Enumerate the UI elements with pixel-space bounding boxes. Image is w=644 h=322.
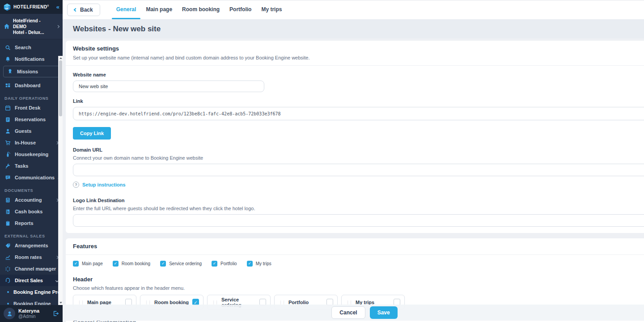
sidebar-item-in-house[interactable]: In-House [0, 137, 63, 148]
website-name-input[interactable] [73, 80, 264, 92]
website-settings-title: Website settings [73, 45, 644, 52]
setup-instructions-link[interactable]: ? Setup instructions [73, 182, 126, 188]
logo-link-label: Logo Link Destination [73, 198, 644, 203]
sidebar-item-search[interactable]: Search [0, 42, 63, 53]
feature-toggles: ✓Main page ✓Room booking ✓Service orderi… [73, 261, 644, 267]
hotel-selector[interactable]: HotelFriend - DEMOHotel - Delux... [0, 14, 63, 39]
drag-handle-icon[interactable]: ⋮⋮ [144, 300, 151, 305]
chevron-left-icon [74, 8, 77, 12]
drag-handle-icon[interactable]: ⋮⋮ [212, 300, 218, 305]
chevron-right-icon [56, 25, 59, 28]
wrench-icon [4, 163, 11, 169]
tab-main-page[interactable]: Main page [141, 0, 177, 19]
cancel-button[interactable]: Cancel [331, 306, 365, 319]
document-icon [4, 116, 11, 123]
website-settings-subtitle: Set up your website name (internal name)… [73, 55, 644, 60]
domain-url-help: Connect your own domain name to Booking … [73, 155, 644, 161]
content: Website settings Set up your website nam… [63, 38, 644, 322]
sidebar-item-dashboard[interactable]: Dashboard [0, 80, 63, 91]
tabs: General Main page Room booking Portfolio… [111, 0, 287, 19]
features-card: Features ✓Main page ✓Room booking ✓Servi… [66, 238, 644, 315]
website-name-label: Website name [73, 72, 644, 77]
user-name: Kateryna [18, 308, 39, 314]
sidebar-item-tasks[interactable]: Tasks [0, 160, 63, 172]
sidebar-item-guests[interactable]: Guests [0, 125, 63, 137]
search-icon [4, 44, 11, 51]
sidebar-item-accounting[interactable]: Accounting [0, 194, 63, 206]
brand-name: HOTELFRIEND® [13, 4, 49, 9]
page-title-bar: Websites - New web site [63, 19, 644, 38]
clipboard-icon [4, 220, 11, 226]
logout-icon[interactable] [53, 310, 59, 317]
calendar-icon [4, 105, 11, 111]
checkbox-checked-icon: ✓ [73, 261, 79, 267]
home-icon [4, 23, 10, 30]
svg-text:HF: HF [5, 7, 9, 9]
checkbox-checked-icon: ✓ [247, 261, 253, 267]
sidebar-item-front-desk[interactable]: Front Desk [0, 102, 63, 114]
link-input[interactable] [73, 107, 644, 120]
domain-url-input[interactable] [73, 164, 644, 176]
feature-checkbox-room-booking[interactable]: ✓Room booking [113, 261, 150, 267]
bell-icon [4, 56, 11, 62]
question-mark-icon: ? [73, 182, 79, 188]
drag-handle-icon[interactable]: ⋮⋮ [279, 300, 285, 305]
chat-icon [4, 174, 11, 181]
tab-room-booking[interactable]: Room booking [177, 0, 225, 19]
sidebar: HF HOTELFRIEND® « HotelFriend - DEMOHote… [0, 0, 63, 322]
sidebar-scrollbar[interactable] [58, 56, 63, 305]
scroll-up-arrow-icon[interactable] [59, 57, 62, 59]
top-tab-bar: Back General Main page Room booking Port… [63, 0, 644, 19]
website-settings-card: Website settings Set up your website nam… [66, 41, 644, 233]
feature-checkbox-main-page[interactable]: ✓Main page [73, 261, 103, 267]
page-title: Websites - New web site [73, 25, 161, 34]
sidebar-item-direct-sales[interactable]: Direct Sales [0, 275, 63, 286]
section-header-documents: DOCUMENTS [0, 183, 63, 194]
sidebar-collapse-icon[interactable]: « [56, 4, 59, 10]
tab-general[interactable]: General [111, 0, 141, 19]
header-section-title: Header [73, 276, 644, 283]
person-icon [4, 128, 11, 134]
tab-my-trips[interactable]: My trips [256, 0, 287, 19]
award-icon [7, 68, 13, 75]
save-button[interactable]: Save [370, 306, 398, 319]
divider [66, 254, 644, 255]
sidebar-item-booking-engine[interactable]: Booking Engine [0, 298, 63, 305]
scroll-down-arrow-icon[interactable] [59, 302, 62, 304]
sidebar-item-housekeeping[interactable]: Housekeeping [0, 148, 63, 160]
checkbox-checked-icon: ✓ [212, 261, 217, 267]
sidebar-item-notifications[interactable]: Notifications [0, 53, 63, 65]
headset-icon [4, 277, 11, 284]
checkbox-checked-icon: ✓ [160, 261, 166, 267]
sidebar-item-communications[interactable]: Communications [0, 172, 63, 183]
logo-link-input[interactable] [73, 214, 644, 227]
sidebar-item-channel-manager[interactable]: Channel manager [0, 263, 63, 275]
drag-handle-icon[interactable]: ⋮⋮ [77, 300, 84, 305]
calculator-icon [4, 197, 11, 203]
sidebar-item-missions[interactable]: Missions [3, 66, 59, 77]
checkbox-checked-icon: ✓ [113, 261, 119, 267]
link-label: Link [73, 98, 644, 104]
domain-url-label: Domain URL [73, 147, 644, 153]
sidebar-item-arrangements[interactable]: Arrangements [0, 240, 63, 251]
feature-checkbox-my-trips[interactable]: ✓My trips [247, 261, 271, 267]
copy-link-button[interactable]: Copy Link [73, 127, 111, 140]
action-bar: Cancel Save [63, 305, 644, 321]
section-header-daily-operations: DAILY OPERATIONS [0, 91, 63, 102]
sidebar-nav: Search Notifications Missions Dashboard … [0, 39, 63, 305]
back-button[interactable]: Back [67, 4, 100, 16]
scrollbar-thumb[interactable] [59, 60, 62, 116]
sidebar-item-cash-books[interactable]: $ Cash books [0, 206, 63, 217]
sidebar-item-reports[interactable]: Reports [0, 217, 63, 229]
sidebar-item-booking-engine-pro[interactable]: Booking Engine Pro [0, 286, 63, 298]
section-header-external-sales: EXTERNAL SALES [0, 229, 63, 240]
tag-icon [4, 242, 11, 249]
feature-checkbox-service-ordering[interactable]: ✓Service ordering [160, 261, 202, 267]
tab-portfolio[interactable]: Portfolio [225, 0, 256, 19]
sidebar-item-room-rates[interactable]: Room rates [0, 251, 63, 263]
feature-checkbox-portfolio[interactable]: ✓Portfolio [212, 261, 237, 267]
drag-handle-icon[interactable]: ⋮⋮ [346, 300, 352, 305]
avatar[interactable] [4, 308, 15, 319]
sidebar-item-reservations[interactable]: Reservations [0, 114, 63, 125]
features-title: Features [73, 243, 644, 250]
